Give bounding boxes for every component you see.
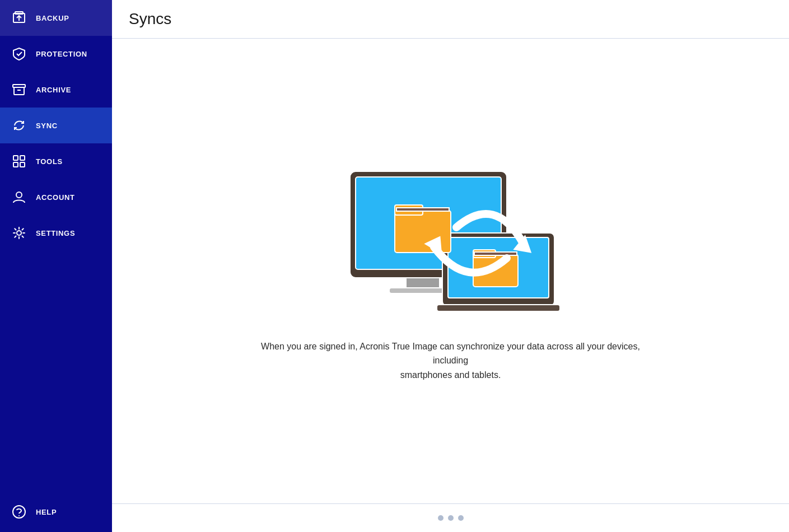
pagination-dot-2 (448, 515, 454, 521)
sidebar-item-label-settings: SETTINGS (36, 229, 75, 237)
sidebar-item-label-backup: BACKUP (36, 14, 69, 22)
sidebar-item-label-tools: TOOLS (36, 157, 63, 166)
svg-point-11 (17, 231, 21, 235)
sidebar-item-backup[interactable]: BACKUP (0, 0, 112, 36)
sidebar-item-label-sync: SYNC (36, 122, 58, 130)
description-line1: When you are signed in, Acronis True Ima… (261, 342, 640, 366)
sidebar-item-tools[interactable]: TOOLS (0, 143, 112, 179)
sidebar-item-archive[interactable]: ARCHIVE (0, 72, 112, 108)
svg-rect-6 (13, 156, 18, 160)
pagination-dot-3 (458, 515, 464, 521)
settings-icon (11, 225, 27, 241)
content-area: When you are signed in, Acronis True Ima… (112, 39, 789, 503)
description-line2: smartphones and tablets. (400, 370, 501, 380)
backup-icon (11, 10, 27, 26)
sync-icon (11, 118, 27, 133)
main-content: Syncs (112, 0, 789, 532)
archive-icon (11, 82, 27, 97)
svg-rect-7 (20, 156, 25, 160)
sidebar-item-account[interactable]: ACCOUNT (0, 179, 112, 215)
svg-rect-21 (395, 211, 451, 253)
page-header: Syncs (112, 0, 789, 39)
page-footer (112, 503, 789, 532)
sidebar-item-label-account: ACCOUNT (36, 193, 75, 202)
page-title: Syncs (129, 10, 772, 28)
sidebar-item-settings[interactable]: SETTINGS (0, 215, 112, 251)
sidebar-item-protection[interactable]: PROTECTION (0, 36, 112, 72)
svg-rect-4 (14, 87, 24, 95)
account-icon (11, 189, 27, 205)
sidebar-item-label-protection: PROTECTION (36, 50, 87, 58)
svg-rect-20 (437, 305, 560, 311)
help-icon (11, 504, 27, 520)
protection-icon (11, 46, 27, 62)
sync-description: When you are signed in, Acronis True Ima… (255, 339, 647, 382)
sidebar-item-help[interactable]: HELP (0, 492, 112, 532)
svg-point-10 (16, 192, 22, 198)
sync-illustration (333, 160, 568, 317)
sidebar-item-sync[interactable]: SYNC (0, 108, 112, 143)
sidebar: BACKUP PROTECTION ARCHIVE (0, 0, 112, 532)
sidebar-spacer (0, 251, 112, 492)
svg-rect-23 (396, 208, 449, 211)
svg-rect-8 (13, 162, 18, 167)
tools-icon (11, 153, 27, 169)
pagination-dot-1 (438, 515, 443, 521)
svg-rect-26 (474, 252, 517, 255)
sidebar-item-label-archive: ARCHIVE (36, 86, 71, 94)
svg-rect-9 (20, 162, 25, 167)
svg-point-13 (18, 515, 20, 516)
sidebar-item-label-help: HELP (36, 508, 57, 516)
